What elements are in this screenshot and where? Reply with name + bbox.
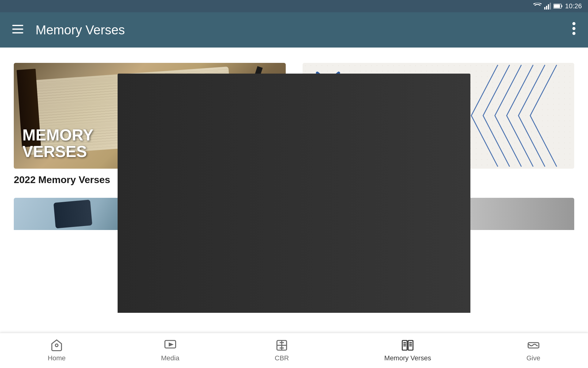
- svg-rect-8: [12, 29, 23, 30]
- app-bar: Memory Verses: [0, 12, 588, 48]
- card-4-bg: [303, 198, 575, 230]
- home-icon: [50, 339, 63, 352]
- nav-item-cbr[interactable]: CBR: [266, 336, 298, 365]
- status-bar: 10:26: [0, 0, 588, 12]
- page-title: Memory Verses: [36, 23, 125, 37]
- svg-rect-9: [12, 32, 23, 33]
- main-content: MEMORYVERSES 2022 Memory Verses: [0, 48, 588, 333]
- nav-item-memory-verses[interactable]: Memory Verses: [375, 336, 440, 365]
- bottom-nav: Home Media CBR M: [0, 333, 588, 368]
- cbr-icon: [275, 339, 288, 352]
- media-icon: [164, 339, 177, 352]
- laptop-screen: [303, 198, 471, 230]
- card-overlay-text: MEMORYVERSES: [22, 127, 93, 160]
- phone-shape: [54, 199, 92, 228]
- nav-label-memory-verses: Memory Verses: [384, 354, 431, 362]
- svg-marker-15: [169, 343, 172, 346]
- svg-rect-0: [544, 7, 545, 10]
- svg-rect-6: [554, 5, 560, 8]
- status-time: 10:26: [565, 2, 582, 10]
- nav-label-home: Home: [48, 354, 66, 362]
- nav-item-give[interactable]: Give: [517, 336, 549, 365]
- svg-point-12: [572, 32, 575, 35]
- svg-point-13: [55, 344, 58, 347]
- svg-rect-2: [548, 4, 549, 10]
- svg-point-10: [572, 22, 575, 25]
- nav-label-media: Media: [161, 354, 179, 362]
- wifi-icon: [533, 3, 542, 10]
- more-options-icon[interactable]: [572, 22, 576, 38]
- status-icons: 10:26: [533, 2, 582, 10]
- give-icon: [527, 339, 540, 352]
- nav-item-home[interactable]: Home: [39, 336, 75, 365]
- svg-rect-21: [402, 340, 407, 350]
- battery-icon: [553, 3, 563, 9]
- memory-verses-icon: [401, 339, 414, 352]
- nav-label-give: Give: [526, 354, 540, 362]
- app-bar-left: Memory Verses: [12, 23, 125, 37]
- svg-rect-3: [550, 3, 551, 10]
- svg-rect-1: [546, 6, 547, 10]
- svg-rect-7: [12, 25, 23, 26]
- menu-icon[interactable]: [12, 25, 23, 35]
- svg-point-11: [572, 27, 575, 30]
- signal-icon: [544, 3, 551, 10]
- svg-rect-22: [408, 340, 413, 350]
- nav-item-media[interactable]: Media: [152, 336, 189, 365]
- card-partial-4[interactable]: [303, 198, 575, 230]
- card-4-image: [303, 198, 575, 230]
- cards-grid: MEMORYVERSES 2022 Memory Verses: [14, 63, 574, 230]
- nav-label-cbr: CBR: [275, 354, 289, 362]
- svg-rect-5: [561, 5, 562, 7]
